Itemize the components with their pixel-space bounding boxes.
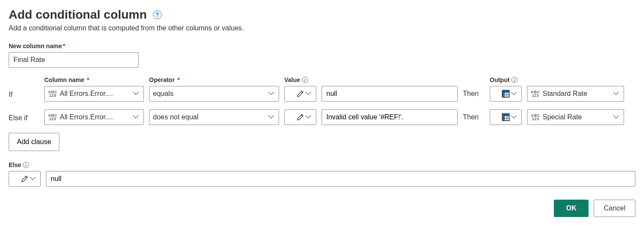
chevron-down-icon	[31, 176, 36, 181]
abc123-icon: ABC123	[531, 114, 540, 121]
output-mode-button[interactable]	[490, 109, 522, 125]
column-name-value: All Errors.Error....	[60, 113, 113, 121]
rules-grid: Column name* Operator* Valuei Outputi If…	[9, 76, 635, 125]
add-clause-button[interactable]: Add clause	[9, 133, 59, 151]
value-mode-button[interactable]	[284, 109, 316, 125]
output-value: Special Rate	[543, 113, 582, 121]
info-icon[interactable]: i	[511, 77, 517, 83]
dialog-footer: OK Cancel	[9, 200, 635, 217]
operator-value: does not equal	[153, 113, 198, 121]
dialog-subtitle: Add a conditional column that is compute…	[9, 24, 635, 32]
operator-value: equals	[153, 90, 173, 98]
else-mode-button[interactable]	[9, 171, 41, 187]
header-operator: Operator*	[149, 76, 279, 83]
output-dropdown[interactable]: ABC123 Special Rate	[527, 109, 624, 125]
new-column-name-label: New column name*	[9, 43, 635, 49]
chevron-down-icon	[134, 91, 139, 96]
pencil-icon	[21, 175, 28, 182]
ok-button[interactable]: OK	[554, 200, 589, 217]
chevron-down-icon	[134, 115, 139, 120]
add-conditional-column-dialog: Add conditional column ? Add a condition…	[0, 0, 644, 226]
table-icon	[502, 113, 510, 121]
table-icon	[502, 90, 510, 98]
rule-row: Else if ABC123 All Errors.Error.... does…	[9, 109, 635, 125]
info-icon[interactable]: i	[302, 77, 308, 83]
pencil-icon	[297, 114, 304, 121]
output-group: ABC123 Special Rate	[490, 109, 624, 125]
chevron-down-icon	[269, 115, 274, 120]
operator-dropdown[interactable]: does not equal	[149, 109, 279, 125]
then-label: Then	[463, 90, 485, 98]
abc123-icon: ABC123	[48, 114, 57, 121]
value-mode-button[interactable]	[284, 86, 316, 102]
pencil-icon	[297, 90, 304, 97]
header-value: Valuei	[284, 76, 458, 83]
value-group	[284, 109, 458, 125]
column-name-dropdown[interactable]: ABC123 All Errors.Error....	[44, 109, 144, 125]
value-group	[284, 86, 458, 102]
operator-dropdown[interactable]: equals	[149, 86, 279, 102]
cancel-button[interactable]: Cancel	[594, 200, 635, 217]
chevron-down-icon	[614, 115, 619, 120]
abc123-icon: ABC123	[48, 90, 57, 97]
chevron-down-icon	[306, 115, 312, 120]
then-label: Then	[463, 113, 485, 121]
output-mode-button[interactable]	[490, 86, 522, 102]
chevron-down-icon	[269, 91, 274, 96]
output-dropdown[interactable]: ABC123 Standard Rate	[527, 86, 624, 102]
else-value-input[interactable]	[46, 171, 635, 187]
value-input[interactable]	[322, 86, 458, 102]
chevron-down-icon	[512, 115, 517, 120]
column-name-value: All Errors.Error....	[60, 90, 113, 98]
info-icon[interactable]: i	[23, 162, 29, 168]
rule-prefix: Else if	[9, 112, 39, 122]
value-input[interactable]	[322, 109, 458, 125]
else-row	[9, 171, 635, 187]
output-group: ABC123 Standard Rate	[490, 86, 624, 102]
required-asterisk: *	[63, 43, 65, 49]
header-column-name: Column name*	[44, 76, 144, 83]
column-name-dropdown[interactable]: ABC123 All Errors.Error....	[44, 86, 144, 102]
chevron-down-icon	[306, 91, 312, 96]
abc123-icon: ABC123	[531, 90, 540, 97]
dialog-header: Add conditional column ?	[9, 8, 635, 22]
chevron-down-icon	[614, 91, 619, 96]
output-value: Standard Rate	[543, 90, 587, 98]
header-output: Outputi	[490, 76, 624, 83]
grid-headers: Column name* Operator* Valuei Outputi	[9, 76, 635, 83]
else-label: Else i	[9, 161, 635, 168]
new-column-name-input[interactable]	[9, 52, 139, 68]
else-section: Else i	[9, 161, 635, 187]
rule-row: If ABC123 All Errors.Error.... equals Th…	[9, 86, 635, 102]
dialog-title: Add conditional column	[9, 8, 147, 22]
rule-prefix: If	[9, 89, 39, 99]
help-icon[interactable]: ?	[153, 10, 162, 19]
chevron-down-icon	[512, 91, 517, 96]
